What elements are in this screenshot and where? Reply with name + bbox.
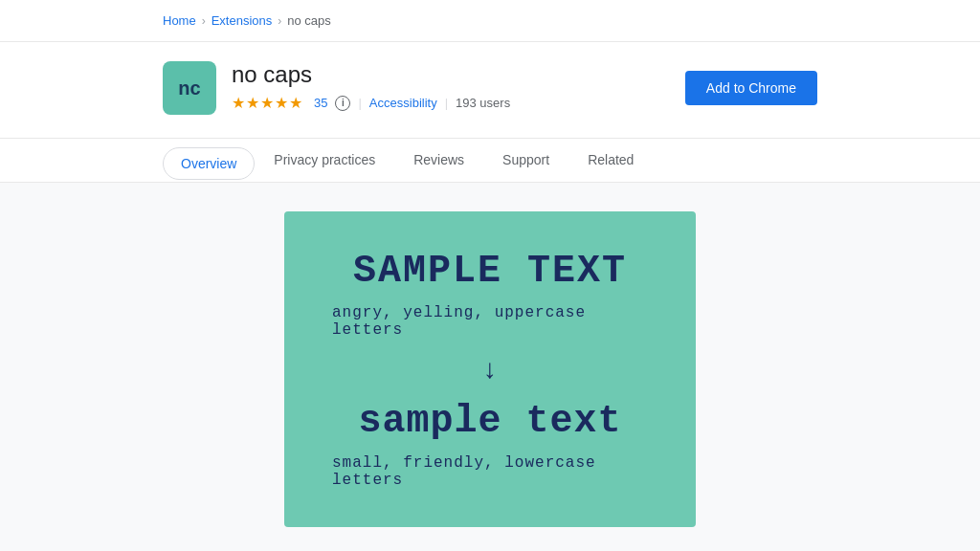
tab-reviews[interactable]: Reviews	[394, 139, 483, 183]
divider-2: |	[445, 96, 448, 110]
tabs-bar: Overview Privacy practices Reviews Suppo…	[0, 139, 980, 183]
breadcrumb-bar: Home › Extensions › no caps	[0, 0, 980, 42]
rating-count[interactable]: 35	[314, 96, 327, 110]
star-4: ★	[275, 94, 288, 112]
star-5-half: ★	[289, 94, 302, 112]
breadcrumb-extensions[interactable]: Extensions	[212, 13, 273, 28]
content-area: SAMPLE TEXT angry, yelling, uppercase le…	[0, 183, 980, 551]
divider: |	[358, 96, 361, 110]
preview-arrow: ↓	[483, 354, 497, 385]
users-count: 193 users	[456, 96, 510, 110]
breadcrumb-home[interactable]: Home	[163, 13, 196, 28]
breadcrumb-current: no caps	[287, 13, 331, 28]
breadcrumb-sep-1: ›	[202, 14, 206, 28]
extension-details: no caps ★ ★ ★ ★ ★ 35 i | Accessibility |…	[232, 61, 510, 112]
tab-overview[interactable]: Overview	[163, 147, 255, 180]
extension-header: nc no caps ★ ★ ★ ★ ★ 35 i | Accessibilit…	[0, 42, 980, 139]
star-rating: ★ ★ ★ ★ ★	[232, 94, 302, 112]
preview-result-sub: small, friendly, lowercase letters	[332, 454, 648, 489]
category-link[interactable]: Accessibility	[369, 96, 437, 110]
star-3: ★	[260, 94, 274, 112]
star-2: ★	[246, 94, 259, 112]
star-1: ★	[232, 94, 245, 112]
preview-title: SAMPLE TEXT	[353, 250, 627, 293]
info-icon[interactable]: i	[335, 96, 350, 111]
tab-related[interactable]: Related	[568, 139, 653, 183]
breadcrumb-sep-2: ›	[278, 14, 281, 28]
add-to-chrome-button[interactable]: Add to Chrome	[685, 71, 817, 105]
preview-result: sample text	[358, 400, 621, 443]
extension-info: nc no caps ★ ★ ★ ★ ★ 35 i | Accessibilit…	[163, 61, 510, 115]
tab-privacy[interactable]: Privacy practices	[255, 139, 394, 183]
tab-support[interactable]: Support	[483, 139, 568, 183]
preview-card: SAMPLE TEXT angry, yelling, uppercase le…	[284, 211, 696, 527]
preview-subtitle: angry, yelling, uppercase letters	[332, 304, 648, 339]
extension-name: no caps	[232, 61, 510, 88]
extension-icon: nc	[163, 61, 216, 115]
extension-meta: ★ ★ ★ ★ ★ 35 i | Accessibility | 193 use…	[232, 94, 510, 112]
